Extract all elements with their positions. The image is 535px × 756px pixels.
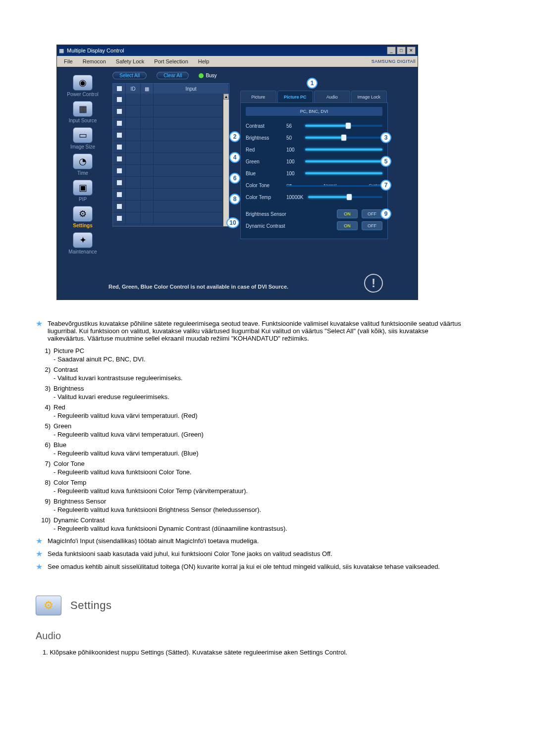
settings-panel: 1 Picture Picture PC Audio Image Lock PC…: [237, 67, 391, 300]
callout-5: 5: [380, 156, 391, 167]
col-checkbox[interactable]: ✓: [113, 84, 126, 94]
green-slider[interactable]: [305, 160, 382, 162]
app-window: ▦ Multiple Display Control _ □ ✕ File Re…: [56, 45, 418, 300]
image-size-icon: ▭: [73, 127, 93, 143]
row-blue: Blue 100: [246, 167, 382, 179]
row-brightness: Brightness 50 3: [246, 132, 382, 144]
row-color-temp: Color Temp 10000K: [246, 191, 382, 203]
table-row[interactable]: [113, 201, 223, 212]
doc-body: ★ Teabevõrgustikus kuvatakse põhiline sä…: [36, 320, 462, 656]
col-input[interactable]: Input: [154, 84, 229, 94]
star-icon: ★: [36, 563, 43, 571]
table-row[interactable]: [113, 129, 223, 141]
col-id[interactable]: ID: [126, 84, 141, 94]
minimize-button[interactable]: _: [387, 47, 396, 54]
row-green: Green 100 5: [246, 155, 382, 167]
section-title: Settings: [70, 599, 112, 612]
row-checkbox[interactable]: [116, 168, 122, 174]
tab-picture[interactable]: Picture: [240, 91, 276, 102]
menu-file[interactable]: File: [59, 58, 78, 64]
table-row[interactable]: [113, 117, 223, 129]
brightness-sensor-on[interactable]: ON: [337, 209, 358, 218]
toolbar: Select All Clear All Busy: [112, 72, 233, 79]
table-row[interactable]: [113, 177, 223, 189]
menu-remocon[interactable]: Remocon: [78, 58, 111, 64]
scrollbar[interactable]: ▲: [223, 94, 229, 226]
row-checkbox[interactable]: [116, 156, 122, 162]
callout-1: 1: [307, 78, 318, 89]
list-item: 5)GreenReguleerib valitud kuva värvi tem…: [36, 422, 462, 438]
scroll-up-icon[interactable]: ▲: [223, 94, 229, 100]
col-signal[interactable]: ▦: [141, 84, 154, 94]
row-checkbox[interactable]: [116, 132, 122, 138]
dynamic-contrast-on[interactable]: ON: [337, 221, 358, 230]
nav-time[interactable]: ◔ Time: [57, 153, 108, 176]
menu-port-selection[interactable]: Port Selection: [149, 58, 193, 64]
menu-help[interactable]: Help: [193, 58, 214, 64]
tab-image-lock[interactable]: Image Lock: [351, 91, 387, 102]
row-checkbox[interactable]: [116, 180, 122, 186]
list-item: 9)Brightness SensorReguleerib valitud ku…: [36, 498, 462, 513]
numbered-list: 1)Picture PCSaadaval ainult PC, BNC, DVI…: [36, 347, 462, 532]
star-note: ★ See omadus kehtib ainult sisselülitatu…: [36, 563, 462, 571]
brand-label: SAMSUNG DIGITAll: [372, 59, 416, 64]
table-row[interactable]: [113, 212, 223, 224]
nav-input-source[interactable]: ▦ Input Source: [57, 101, 108, 123]
row-checkbox[interactable]: [116, 120, 122, 126]
row-checkbox[interactable]: [116, 203, 122, 209]
nav-power-control[interactable]: ◉ Power Control: [57, 75, 108, 97]
red-slider[interactable]: [305, 149, 382, 151]
power-icon: ◉: [73, 75, 93, 91]
clear-all-button[interactable]: Clear All: [157, 72, 189, 79]
settings-icon: ⚙: [73, 206, 93, 222]
list-item: 3)BrightnessValitud kuvari ereduse regul…: [36, 385, 462, 401]
table-row[interactable]: [113, 165, 223, 177]
tab-picture-pc[interactable]: Picture PC: [277, 91, 314, 102]
contrast-slider[interactable]: [305, 125, 382, 127]
row-red: Red 100: [246, 144, 382, 155]
list-item: 10)Dynamic ContrastReguleerib valitud ku…: [36, 516, 462, 532]
source-bar: PC, BNC, DVI: [246, 107, 382, 116]
list-item: 2)ContrastValitud kuvari kontrastsuse re…: [36, 366, 462, 382]
list-item: 7)Color ToneReguleerib valitud kuva funk…: [36, 460, 462, 476]
maintenance-icon: ✦: [73, 232, 93, 248]
tab-audio[interactable]: Audio: [314, 91, 350, 102]
table-row[interactable]: [113, 105, 223, 117]
callout-3: 3: [380, 132, 391, 143]
panel-body: PC, BNC, DVI Contrast 56 Brightness 50 3…: [240, 102, 388, 239]
table-row[interactable]: [113, 189, 223, 201]
table-row[interactable]: [113, 141, 223, 153]
table-row[interactable]: [113, 153, 223, 165]
list-item: 8)Color TempReguleerib valitud kuva funk…: [36, 479, 462, 495]
busy-dot-icon: [199, 73, 204, 78]
nav-maintenance[interactable]: ✦ Maintenance: [57, 232, 108, 254]
color-tone-slider[interactable]: Off Normal Custom: [286, 183, 382, 188]
select-all-button[interactable]: Select All: [112, 72, 147, 79]
nav-settings[interactable]: ⚙ Settings: [57, 206, 108, 228]
nav-image-size[interactable]: ▭ Image Size: [57, 127, 108, 150]
titlebar: ▦ Multiple Display Control _ □ ✕: [57, 45, 418, 56]
app-body: ◉ Power Control ▦ Input Source ▭ Image S…: [57, 67, 418, 300]
star-note: ★ MagicInfo'i Input (sisendallikas) tööt…: [36, 537, 462, 545]
row-checkbox[interactable]: [116, 192, 122, 198]
left-nav: ◉ Power Control ▦ Input Source ▭ Image S…: [57, 67, 108, 300]
row-contrast: Contrast 56: [246, 120, 382, 132]
brightness-slider[interactable]: [305, 137, 382, 139]
brightness-sensor-off[interactable]: OFF: [362, 209, 382, 218]
close-button[interactable]: ✕: [407, 47, 416, 54]
maximize-button[interactable]: □: [397, 47, 406, 54]
callout-9: 9: [380, 208, 391, 219]
menu-safety-lock[interactable]: Safety Lock: [111, 58, 149, 64]
nav-pip[interactable]: ▣ PIP: [57, 180, 108, 202]
row-checkbox[interactable]: [116, 144, 122, 150]
row-checkbox[interactable]: [116, 97, 122, 102]
color-temp-slider[interactable]: [308, 196, 382, 198]
dynamic-contrast-off[interactable]: OFF: [362, 221, 382, 230]
row-checkbox[interactable]: [116, 108, 122, 114]
window-title: Multiple Display Control: [67, 48, 386, 53]
list-item: 6)BlueReguleerib valitud kuva värvi temp…: [36, 441, 462, 457]
blue-slider[interactable]: [305, 172, 382, 174]
row-checkbox[interactable]: [116, 215, 122, 221]
list-item: 1)Picture PCSaadaval ainult PC, BNC, DVI…: [36, 347, 462, 363]
table-row[interactable]: [113, 94, 223, 105]
